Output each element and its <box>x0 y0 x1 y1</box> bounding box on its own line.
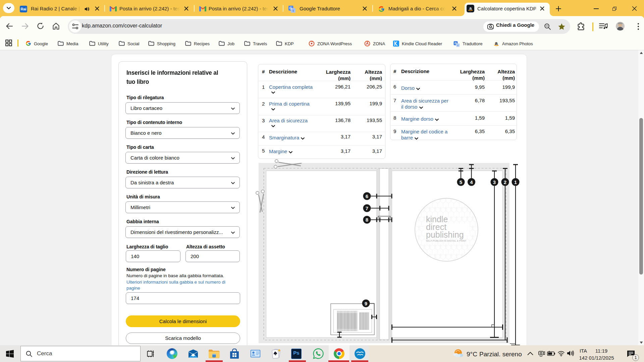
svg-text:5: 5 <box>460 179 462 185</box>
svg-text:a: a <box>495 41 498 46</box>
svg-text:publishing: publishing <box>426 230 464 239</box>
svg-text:2: 2 <box>504 179 506 185</box>
svg-text:t: t <box>458 44 459 47</box>
svg-text:6: 6 <box>366 193 368 199</box>
svg-text:7: 7 <box>366 205 368 211</box>
svg-text:t: t <box>293 9 294 12</box>
svg-text:SELF-PUBLISH IN DIGITAL & PRIN: SELF-PUBLISH IN DIGITAL & PRINT <box>426 240 467 242</box>
svg-text:9: 9 <box>365 301 367 306</box>
svg-text:4: 4 <box>470 179 473 185</box>
svg-text:G: G <box>289 6 292 10</box>
svg-text:a: a <box>469 6 472 11</box>
svg-text:3: 3 <box>493 179 496 185</box>
svg-text:G: G <box>454 42 457 45</box>
svg-text:1: 1 <box>514 179 517 185</box>
svg-text:8: 8 <box>366 217 368 223</box>
